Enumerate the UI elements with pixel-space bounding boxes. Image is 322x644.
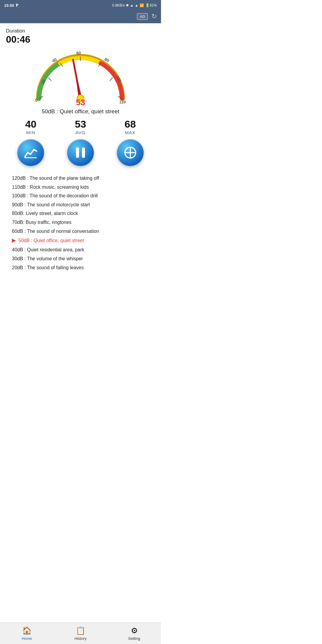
status-right: 0.8KB/s ✱ ▲ ▲ 📶 🔋81% (112, 3, 157, 7)
stat-max-label: MAX (125, 130, 136, 135)
main-content: Duration 00:46 0 20 40 60 (0, 23, 161, 272)
db-list-item: 100dB : The sound of the decoration dril… (12, 191, 155, 200)
svg-rect-20 (76, 148, 79, 158)
pause-icon (73, 145, 88, 160)
duration-label: Duration (6, 28, 155, 34)
db-list-item: ▶50dB : Quiet office, quiet street (12, 236, 155, 245)
svg-text:53: 53 (76, 98, 85, 106)
calibrate-button[interactable] (117, 139, 144, 166)
status-bar: 15:50 𝐏 0.8KB/s ✱ ▲ ▲ 📶 🔋81% (0, 0, 161, 11)
ad-button[interactable]: AD (137, 13, 148, 20)
p-icon: 𝐏 (16, 3, 18, 8)
svg-line-2 (48, 78, 51, 81)
stat-min: 40 MIN (25, 118, 36, 135)
svg-line-10 (110, 78, 113, 81)
db-list-item: 70dB: Busy traffic, ringtones (12, 218, 155, 227)
db-list-item: 120dB : The sound of the plane taking of… (12, 174, 155, 183)
buttons-row (6, 139, 155, 166)
svg-text:120: 120 (119, 100, 126, 104)
calibrate-icon (123, 145, 138, 160)
duration-section: Duration 00:46 (6, 28, 155, 45)
db-list-item: 30dB : The volume of the whisper (12, 254, 155, 263)
stat-max: 68 MAX (125, 118, 136, 135)
svg-text:60: 60 (76, 51, 81, 55)
gauge-container: 0 20 40 60 80 100 120 (30, 46, 131, 106)
db-description: 50dB : Quiet office, quiet street (6, 108, 155, 115)
bluetooth-icon: ✱ (126, 3, 129, 7)
stats-row: 40 MIN 53 AVG 68 MAX (6, 118, 155, 135)
status-time: 15:50 (4, 3, 14, 8)
stat-avg-label: AVG (75, 130, 86, 135)
play-arrow-icon: ▶ (12, 236, 16, 245)
db-list-item: 80dB: Lively street, alarm clock (12, 209, 155, 218)
top-bar: AD ↻ (0, 11, 161, 23)
svg-text:0: 0 (35, 98, 38, 103)
db-list-item: 110dB : Rock music, screaming kids (12, 183, 155, 192)
stat-max-value: 68 (125, 118, 136, 130)
db-list-item: 90dB : The sound of motorcycle start (12, 200, 155, 209)
duration-value: 00:46 (6, 34, 155, 45)
db-list: 120dB : The sound of the plane taking of… (6, 171, 155, 272)
stat-min-label: MIN (26, 130, 35, 135)
signal1-icon: ▲ (130, 3, 134, 7)
signal2-icon: ▲ (135, 3, 138, 7)
gauge-svg: 0 20 40 60 80 100 120 (30, 46, 131, 106)
db-list-item: 20dB : The sound of falling leaves (12, 263, 155, 272)
pause-button[interactable] (67, 139, 94, 166)
battery-icon: 🔋81% (145, 3, 157, 7)
status-left: 15:50 𝐏 (4, 3, 18, 8)
chart-button[interactable] (17, 139, 44, 166)
chart-icon (23, 145, 38, 160)
refresh-icon[interactable]: ↻ (151, 13, 157, 20)
stat-avg: 53 AVG (75, 118, 86, 135)
db-list-item: 60dB : The sound of normal conversation (12, 227, 155, 236)
svg-rect-21 (82, 148, 85, 158)
wifi-icon: 📶 (140, 3, 144, 7)
network-speed: 0.8KB/s (112, 3, 125, 7)
stat-avg-value: 53 (75, 118, 86, 130)
svg-marker-16 (75, 67, 82, 99)
db-list-item: 40dB : Quiet residential area, park (12, 245, 155, 254)
stat-min-value: 40 (25, 118, 36, 130)
